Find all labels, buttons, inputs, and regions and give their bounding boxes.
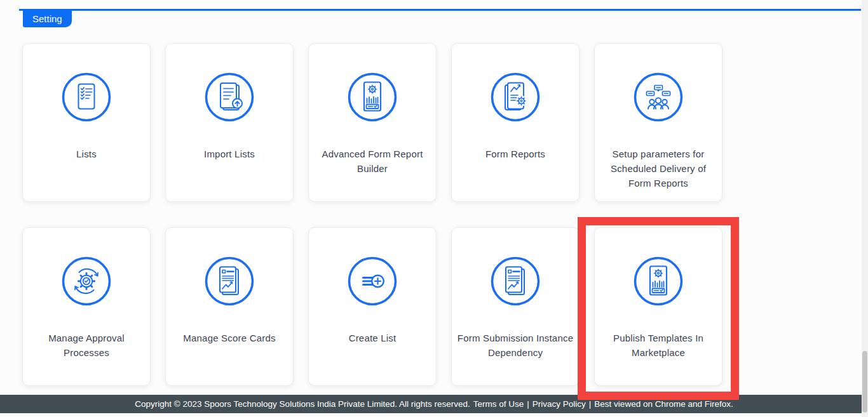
advanced-form-report-builder-icon <box>347 72 398 122</box>
footer-copyright: Copyright © 2023 Spoors Technology Solut… <box>135 399 470 409</box>
card-label: Setup parameters for Scheduled Delivery … <box>600 147 717 190</box>
card-setup-parameters-scheduled-delivery[interactable]: Setup parameters for Scheduled Delivery … <box>594 43 722 202</box>
form-submission-instance-dependency-icon <box>490 256 541 307</box>
terms-of-use-link[interactable]: Terms of Use <box>473 399 524 409</box>
card-lists[interactable]: Lists <box>22 43 151 202</box>
card-form-submission-instance-dependency[interactable]: Form Submission Instance Dependency <box>451 227 580 386</box>
scrollbar-track[interactable] <box>862 0 868 417</box>
manage-score-cards-icon <box>204 256 255 307</box>
privacy-policy-link[interactable]: Privacy Policy <box>532 399 586 409</box>
card-grid-row-1: Lists Import Lists <box>22 43 722 202</box>
footer-separator: | <box>527 399 529 409</box>
footer: Copyright © 2023 Spoors Technology Solut… <box>0 395 868 413</box>
card-manage-approval-processes[interactable]: Manage Approval Processes <box>22 227 151 386</box>
scheduled-delivery-parameters-icon <box>633 72 684 122</box>
card-label: Publish Templates In Marketplace <box>600 331 717 360</box>
card-label: Advanced Form Report Builder <box>314 147 431 176</box>
card-advanced-form-report-builder[interactable]: Advanced Form Report Builder <box>308 43 437 202</box>
footer-separator: | <box>589 399 592 409</box>
lists-icon <box>61 72 112 122</box>
card-form-reports[interactable]: Form Reports <box>451 43 580 202</box>
tab-setting[interactable]: Setting <box>23 11 72 27</box>
card-import-lists[interactable]: Import Lists <box>165 43 294 202</box>
card-label: Lists <box>28 147 145 161</box>
import-lists-icon <box>204 72 255 122</box>
card-label: Import Lists <box>171 147 288 161</box>
card-label: Form Submission Instance Dependency <box>457 331 574 360</box>
card-grid-row-2: Manage Approval Processes Manage Score C… <box>22 227 722 386</box>
card-manage-score-cards[interactable]: Manage Score Cards <box>165 227 294 386</box>
scrollbar-thumb[interactable] <box>862 351 867 413</box>
footer-best-viewed: Best viewed on Chrome and Firefox. <box>594 399 733 409</box>
form-reports-icon <box>490 72 541 122</box>
card-label: Create List <box>314 331 431 345</box>
card-create-list[interactable]: Create List <box>308 227 437 386</box>
card-label: Manage Score Cards <box>171 331 288 345</box>
card-publish-templates-in-marketplace[interactable]: Publish Templates In Marketplace <box>594 227 722 386</box>
create-list-icon <box>347 256 398 307</box>
manage-approval-processes-icon <box>61 256 112 307</box>
publish-templates-in-marketplace-icon <box>633 256 684 307</box>
tab-underline <box>19 9 861 11</box>
card-label: Form Reports <box>457 147 574 161</box>
card-label: Manage Approval Processes <box>28 331 145 360</box>
